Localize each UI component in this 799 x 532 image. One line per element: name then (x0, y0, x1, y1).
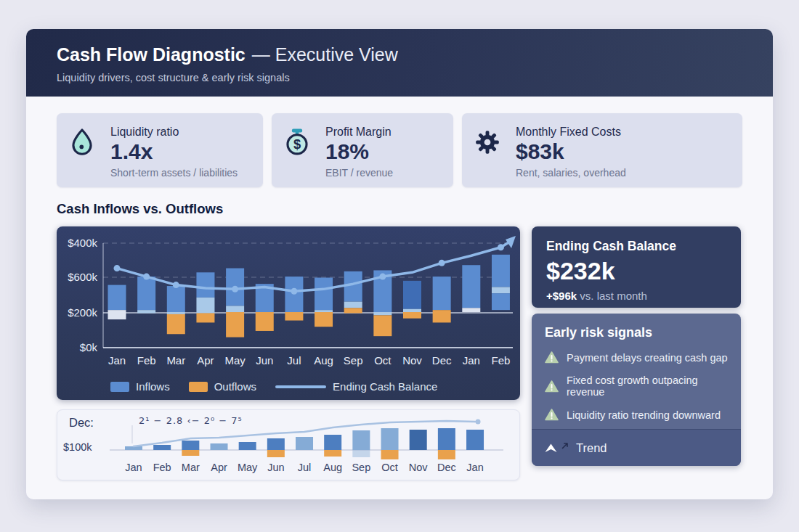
svg-text:$0k: $0k (80, 341, 98, 353)
svg-text:Feb: Feb (153, 462, 171, 473)
mini-y-axis-label: $100k (63, 441, 92, 453)
mini-annotation: 2¹ − 2.8 ‹− 2⁰ − 7⁵ (139, 415, 243, 426)
svg-text:Nov: Nov (402, 354, 422, 367)
risk-signals-title: Early risk signals (545, 325, 728, 340)
warning-triangle-icon (545, 380, 559, 393)
svg-text:Aug: Aug (314, 354, 333, 367)
kpi-label: Profit Margin (325, 126, 440, 139)
dashboard-header: Cash Flow Diagnostic— Executive View Liq… (26, 29, 773, 97)
legend-item-inflows[interactable]: Inflows (110, 380, 170, 393)
risk-item-text: Payment delays creating cash gap (567, 352, 728, 364)
svg-text:Mar: Mar (182, 462, 200, 473)
svg-text:Jun: Jun (267, 462, 284, 473)
svg-text:Apr: Apr (211, 462, 227, 473)
legend-item-ending-cash-balance[interactable]: Ending Cash Balance (275, 380, 437, 393)
kpi-value: $83k (516, 140, 729, 163)
kpi-value: 1.4x (110, 140, 250, 163)
chart-column: $400k$600k$200k$0kJanFebMarAprMayJunJulA… (57, 226, 520, 480)
kpi-value: 18% (325, 140, 440, 163)
gear-icon (475, 127, 500, 157)
svg-text:Jan: Jan (463, 354, 480, 367)
svg-text:Jan: Jan (466, 462, 483, 473)
svg-text:May: May (224, 354, 246, 367)
page-subtitle: Liquidity drivers, cost structure & earl… (57, 72, 742, 83)
ending-cash-delta: +$96k vs. last month (546, 290, 726, 302)
svg-text:Jan: Jan (108, 354, 126, 367)
svg-text:Jun: Jun (256, 354, 273, 367)
risk-item: Payment delays creating cash gap (545, 351, 728, 364)
svg-text:Jan: Jan (125, 462, 142, 473)
risk-item-text: Liquidity ratio trending downward (567, 409, 721, 421)
kpi-label: Monthly Fixed Costs (516, 126, 729, 139)
kpi-card-profit-margin: $ Profit Margin 18% EBIT / revenue (272, 113, 453, 187)
svg-text:$400k: $400k (68, 237, 97, 249)
kpi-subtitle: Short-term assets / liabilities (110, 167, 250, 179)
svg-text:$: $ (293, 136, 301, 152)
svg-text:Jul: Jul (298, 462, 312, 473)
legend-label: Outflows (214, 380, 256, 393)
kpi-subtitle: Rent, salaries, overhead (516, 167, 729, 179)
delta-suffix: vs. last month (577, 290, 647, 302)
svg-text:Aug: Aug (323, 462, 342, 473)
svg-text:Jul: Jul (287, 354, 301, 367)
svg-text:Dec: Dec (437, 462, 456, 473)
svg-text:Sep: Sep (344, 354, 363, 367)
coin-icon: $ (285, 127, 309, 157)
trend-up-icon (545, 443, 557, 453)
svg-text:Feb: Feb (492, 354, 511, 367)
page-title: Cash Flow Diagnostic— Executive View (57, 45, 742, 65)
svg-text:Sep: Sep (352, 462, 370, 473)
kpi-subtitle: EBIT / revenue (325, 167, 440, 179)
line-swatch-icon (275, 385, 326, 388)
svg-text:Apr: Apr (197, 354, 214, 367)
mini-dec-label: Dec: (69, 416, 94, 430)
svg-text:Feb: Feb (137, 354, 156, 367)
trend-arrow-icon (561, 442, 569, 449)
cashflow-chart: $400k$600k$200k$0kJanFebMarAprMayJunJulA… (57, 226, 520, 400)
page-title-light: — Executive View (252, 44, 398, 65)
svg-text:Nov: Nov (409, 462, 429, 473)
dashboard-content: Liquidity ratio 1.4x Short-term assets /… (26, 97, 773, 480)
chart-legend: Inflows Outflows Ending Cash Balance (110, 380, 437, 393)
page-title-strong: Cash Flow Diagnostic (57, 44, 246, 65)
kpi-card-monthly-fixed-costs: Monthly Fixed Costs $83k Rent, salaries,… (462, 113, 742, 187)
legend-item-outflows[interactable]: Outflows (189, 380, 256, 393)
svg-text:Dec: Dec (432, 354, 452, 367)
main-row: $400k$600k$200k$0kJanFebMarAprMayJunJulA… (57, 226, 742, 480)
warning-triangle-icon (545, 409, 559, 421)
right-column: Ending Cash Balance $232k +$96k vs. last… (532, 226, 741, 466)
delta-value: +$96k (546, 290, 577, 302)
mini-chart-panel: Dec: 2¹ − 2.8 ‹− 2⁰ − 7⁵ $100k JanFebMar… (57, 409, 520, 480)
risk-item-text: Fixed cost growth outpacing revenue (567, 375, 728, 398)
dashboard-card: Cash Flow Diagnostic— Executive View Liq… (26, 29, 773, 499)
warning-triangle-icon (545, 351, 559, 364)
section-title: Cash Inflows vs. Outflows (57, 201, 742, 217)
risk-item: Liquidity ratio trending downward (545, 409, 728, 421)
ending-cash-title: Ending Cash Balance (546, 239, 726, 254)
svg-text:Mar: Mar (166, 354, 185, 367)
risk-signals-panel: Early risk signals Payment delays creati… (532, 314, 741, 466)
svg-text:$600k: $600k (68, 271, 97, 283)
outflows-swatch-icon (189, 382, 208, 392)
legend-label: Inflows (136, 380, 170, 393)
droplet-icon (70, 127, 94, 157)
kpi-card-liquidity-ratio: Liquidity ratio 1.4x Short-term assets /… (57, 113, 263, 187)
risk-item: Fixed cost growth outpacing revenue (545, 375, 728, 398)
trend-footer-button[interactable]: Trend (532, 429, 741, 466)
svg-text:Oct: Oct (374, 354, 392, 367)
trend-label: Trend (576, 441, 607, 455)
kpi-label: Liquidity ratio (110, 126, 250, 139)
kpi-row: Liquidity ratio 1.4x Short-term assets /… (57, 113, 742, 187)
legend-label: Ending Cash Balance (333, 380, 437, 393)
cashflow-chart-panel: $400k$600k$200k$0kJanFebMarAprMayJunJulA… (57, 226, 520, 400)
mini-trend-chart: JanFebMarAprMayJunJulAugSepOctNovDecJan (57, 410, 519, 480)
svg-text:May: May (238, 462, 258, 473)
risk-signals-body: Early risk signals Payment delays creati… (532, 314, 741, 427)
svg-text:$200k: $200k (68, 306, 97, 319)
svg-text:Oct: Oct (381, 462, 398, 473)
inflows-swatch-icon (110, 382, 129, 392)
ending-cash-card: Ending Cash Balance $232k +$96k vs. last… (532, 226, 741, 308)
ending-cash-value: $232k (546, 258, 726, 283)
